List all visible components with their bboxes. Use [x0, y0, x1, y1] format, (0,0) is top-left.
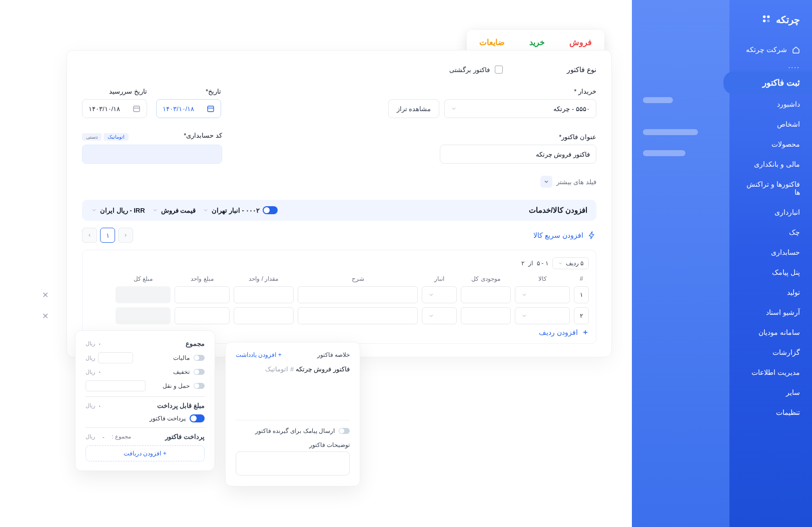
- sidebar-item-archive[interactable]: آرشیو اسناد: [729, 302, 812, 322]
- summary-body: فاکتور فروش چرتکه # اتوماتیک: [236, 365, 350, 420]
- price-pill[interactable]: قیمت فروش: [152, 207, 196, 214]
- price-label: قیمت فروش: [161, 207, 196, 214]
- shipping-input[interactable]: [86, 380, 146, 391]
- qty-input[interactable]: [234, 286, 294, 303]
- accode-input[interactable]: [82, 145, 222, 164]
- stock-input[interactable]: [461, 307, 511, 324]
- invoice-description-input[interactable]: [236, 451, 350, 475]
- svg-rect-4: [208, 106, 214, 112]
- more-fields-label: فیلد های بیشتر: [556, 178, 596, 186]
- chevron-down-icon: [152, 207, 158, 213]
- chevron-down-icon: [428, 292, 434, 298]
- toggle-icon: [339, 428, 350, 434]
- row-index: ۲: [574, 307, 589, 324]
- sidebar-item-datamgmt[interactable]: مدیریت اطلاعات: [729, 362, 812, 382]
- product-select[interactable]: [515, 307, 570, 324]
- date-input[interactable]: ۱۴۰۳/۱۰/۱۸: [156, 99, 221, 118]
- product-select[interactable]: [515, 286, 570, 303]
- invoice-title-input[interactable]: [440, 145, 596, 164]
- logo-icon: [762, 15, 773, 26]
- tax-toggle[interactable]: [194, 355, 205, 361]
- delete-row-button[interactable]: ✕: [38, 290, 53, 300]
- sidebar-item-production[interactable]: تولید: [729, 282, 812, 302]
- warehouse-cell-select[interactable]: [422, 286, 457, 303]
- items-row-1: ۱ ✕: [90, 286, 589, 303]
- sidebar-item-warehouse[interactable]: انبارداری: [729, 202, 812, 222]
- sidebar-item-dashboard[interactable]: داشبورد: [729, 94, 812, 114]
- sidebar-item-products[interactable]: محصولات: [729, 134, 812, 154]
- warehouse-value: ۰۰۰۲ - انبار تهران: [212, 207, 260, 214]
- shipping-toggle[interactable]: [194, 383, 205, 389]
- calendar-icon: [207, 105, 215, 113]
- item-pager: ۱: [82, 228, 133, 243]
- qty-input[interactable]: [234, 307, 294, 324]
- rows-select[interactable]: ۵ ردیف: [552, 257, 589, 269]
- return-invoice-check[interactable]: فاکتور برگشتی: [449, 66, 503, 74]
- sms-toggle[interactable]: ارسال پیامک برای گیرنده فاکتور: [236, 427, 350, 434]
- main-sidebar: چرتکه شرکت چرتکه .... ثبت فاکتور داشبورد…: [729, 0, 812, 527]
- sidebar-item-sms[interactable]: پنل پیامک: [729, 262, 812, 282]
- sidebar-item-settings[interactable]: تنظیمات: [729, 402, 812, 422]
- due-value: ۱۴۰۳/۱۰/۱۸: [89, 105, 120, 113]
- chevron-down-icon: [91, 207, 97, 213]
- chevron-right-icon: [123, 233, 128, 238]
- secondary-rail: [632, 0, 729, 527]
- accode-label: کد حسابداری*: [184, 132, 222, 139]
- unit-price-input[interactable]: [175, 286, 230, 303]
- sidebar-active-label: ثبت فاکتور: [762, 78, 800, 88]
- tab-buy[interactable]: خرید: [529, 38, 545, 47]
- warehouse-pill[interactable]: ۰۰۰۲ - انبار تهران: [203, 206, 278, 214]
- svg-point-0: [763, 15, 766, 18]
- sidebar-item-invoices[interactable]: فاکتورها و تراکنش ها: [729, 174, 812, 202]
- unit-price-input[interactable]: [175, 307, 230, 324]
- chevron-down-icon: [521, 313, 527, 319]
- pager-next[interactable]: [82, 228, 97, 243]
- quick-add-item[interactable]: افزودن سریع کالا: [533, 231, 596, 240]
- chevron-left-icon: [87, 233, 92, 238]
- more-fields-toggle[interactable]: فیلد های بیشتر: [82, 176, 596, 188]
- sidebar-item-banking[interactable]: مالی و بانکداری: [729, 154, 812, 174]
- chevron-down-icon: [428, 313, 434, 319]
- add-note-button[interactable]: + افزودن یادداشت: [236, 351, 282, 358]
- accode-mode-toggle[interactable]: اتوماتیک دستی: [82, 133, 129, 141]
- svg-point-3: [767, 20, 770, 23]
- sidebar-item-people[interactable]: اشخاص: [729, 114, 812, 134]
- stock-input[interactable]: [461, 286, 511, 303]
- checkbox-icon: [495, 66, 503, 74]
- svg-point-1: [767, 15, 770, 18]
- tab-waste[interactable]: ضایعات: [479, 38, 505, 47]
- buyer-select[interactable]: ۵۵۵۰ - چرتکه: [444, 99, 596, 118]
- mode-auto: اتوماتیک: [104, 133, 129, 141]
- chevron-down-icon: [558, 261, 563, 266]
- due-date-input[interactable]: ۱۴۰۳/۱۰/۱۸: [82, 99, 147, 118]
- description-input[interactable]: [298, 307, 418, 324]
- sidebar-item-accounting[interactable]: حسابداری: [729, 242, 812, 262]
- items-title: افزودن کالا/خدمات: [529, 206, 587, 215]
- tax-input[interactable]: [98, 352, 133, 363]
- discount-toggle[interactable]: [194, 369, 205, 375]
- sidebar-item-other[interactable]: سایر: [729, 382, 812, 402]
- sidebar-active[interactable]: ثبت فاکتور: [723, 72, 812, 94]
- sidebar-item-reports[interactable]: گزارشات: [729, 342, 812, 362]
- currency-pill[interactable]: IRR - ریال ایران: [91, 207, 145, 214]
- pager-page-1[interactable]: ۱: [100, 228, 115, 243]
- chevron-down-icon: [540, 176, 552, 188]
- desc-label: توضیحات فاکتور: [236, 441, 350, 448]
- sidebar-item-moadian[interactable]: سامانه مودیان: [729, 322, 812, 342]
- pager-prev[interactable]: [118, 228, 133, 243]
- invoice-type-label: نوع فاکتور: [567, 66, 596, 74]
- tab-sale[interactable]: فروش: [569, 38, 592, 47]
- svg-rect-5: [134, 106, 140, 112]
- plus-icon: [582, 329, 589, 336]
- items-row-2: ۲ ✕: [90, 307, 589, 324]
- date-value: ۱۴۰۳/۱۰/۱۸: [163, 105, 194, 113]
- invoice-form-panel: نوع فاکتور فاکتور برگشتی خریدار * ۵۵۵۰ -…: [67, 50, 612, 357]
- sidebar-company[interactable]: شرکت چرتکه: [729, 40, 812, 60]
- pay-invoice-toggle[interactable]: پرداخت فاکتور: [86, 414, 205, 422]
- description-input[interactable]: [298, 286, 418, 303]
- view-balance-button[interactable]: مشاهده تراز: [388, 99, 440, 118]
- sidebar-item-cheque[interactable]: چک: [729, 222, 812, 242]
- warehouse-cell-select[interactable]: [422, 307, 457, 324]
- delete-row-button[interactable]: ✕: [38, 311, 53, 321]
- add-receive-button[interactable]: + افزودن دریافت: [86, 445, 205, 461]
